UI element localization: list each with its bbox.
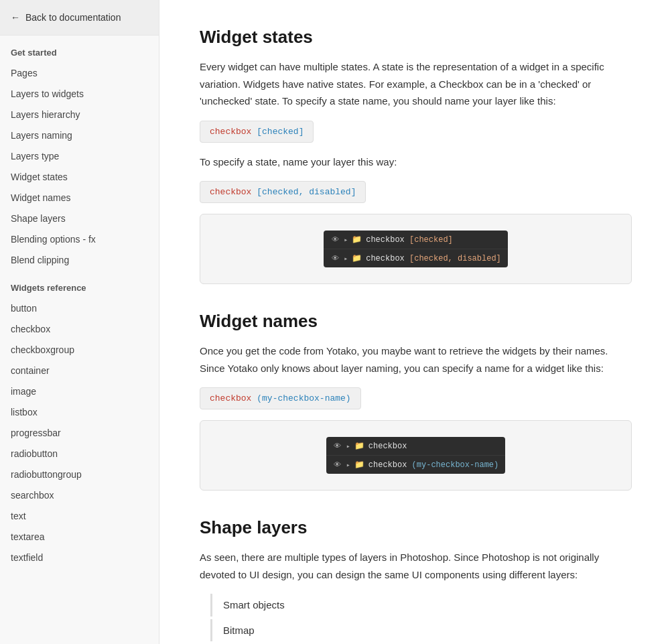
eye-icon-3: 👁 — [333, 442, 342, 451]
eye-icon-4: 👁 — [333, 460, 342, 470]
code-block-1: checkbox [checked] — [200, 121, 314, 143]
sidebar-item-checkboxgroup[interactable]: checkboxgroup — [0, 340, 159, 361]
code-text-1: checkbox [checked] — [210, 127, 304, 137]
eye-icon-1: 👁 — [330, 235, 340, 245]
widget-states-title: Widget states — [200, 27, 632, 48]
sidebar-item-radiobutton[interactable]: radiobutton — [0, 444, 159, 464]
eye-icon-2: 👁 — [330, 254, 340, 263]
sidebar-item-checkbox[interactable]: checkbox — [0, 319, 159, 340]
widget-names-section: Widget names Once you get the code from … — [200, 311, 632, 491]
widget-states-image: 👁 ▸ 📁 checkbox [checked] 👁 ▸ 📁 checkbox … — [200, 214, 632, 284]
widget-names-image: 👁 ▸ 📁 checkbox 👁 ▸ 📁 checkbox (my-checkb… — [200, 420, 632, 491]
widgets-ref-section-title: Widgets reference — [0, 271, 159, 298]
sidebar-item-layers-to-widgets[interactable]: Layers to widgets — [0, 84, 159, 105]
shape-layers-intro: As seen, there are multiple types of lay… — [200, 549, 632, 583]
shape-layers-section: Shape layers As seen, there are multiple… — [200, 517, 632, 644]
sidebar-item-searchbox[interactable]: searchbox — [0, 485, 159, 506]
sidebar-item-text[interactable]: text — [0, 506, 159, 527]
widget-states-intro: Every widget can have multiple states. A… — [200, 58, 632, 110]
layer-row-name-2: 👁 ▸ 📁 checkbox (my-checkbox-name) — [326, 456, 505, 474]
layer-name-3: checkbox — [368, 442, 407, 451]
chevron-4: ▸ — [346, 461, 350, 469]
folder-icon-1: 📁 — [352, 235, 362, 245]
sidebar-item-progressbar[interactable]: progressbar — [0, 423, 159, 444]
chevron-1: ▸ — [344, 236, 348, 244]
list-item: Bitmap — [210, 619, 632, 642]
sidebar-item-shape-layers[interactable]: Shape layers — [0, 208, 159, 229]
widget-names-intro: Once you get the code from Yotako, you m… — [200, 342, 632, 377]
code-block-3: checkbox (my-checkbox-name) — [200, 387, 361, 409]
sidebar-item-layers-type[interactable]: Layers type — [0, 146, 159, 167]
get-started-section-title: Get started — [0, 36, 159, 63]
sidebar-item-pages[interactable]: Pages — [0, 63, 159, 84]
code-block-2: checkbox [checked, disabled] — [200, 181, 366, 203]
folder-icon-4: 📁 — [354, 460, 364, 470]
sidebar-item-textfield[interactable]: textfield — [0, 548, 159, 568]
layer-name-4: checkbox (my-checkbox-name) — [368, 460, 498, 470]
sidebar: ← Back to documentation Get started Page… — [0, 0, 159, 644]
main-content: Widget states Every widget can have mult… — [159, 0, 672, 644]
back-label: Back to documentation — [25, 12, 121, 23]
sidebar-item-layers-naming[interactable]: Layers naming — [0, 125, 159, 146]
layer-name-2: checkbox [checked, disabled] — [366, 254, 501, 263]
code-text-2: checkbox [checked, disabled] — [210, 187, 356, 197]
folder-icon-3: 📁 — [354, 441, 364, 451]
sidebar-item-image[interactable]: image — [0, 381, 159, 402]
layer-panel-names: 👁 ▸ 📁 checkbox 👁 ▸ 📁 checkbox (my-checkb… — [326, 437, 505, 474]
arrow-left-icon: ← — [11, 12, 20, 23]
between-text: To specify a state, name your layer this… — [200, 153, 632, 171]
layer-panel-states: 👁 ▸ 📁 checkbox [checked] 👁 ▸ 📁 checkbox … — [324, 231, 508, 267]
shape-layers-list: Smart objectsBitmapShape — [200, 594, 632, 644]
layer-row-2: 👁 ▸ 📁 checkbox [checked, disabled] — [324, 249, 508, 267]
widget-names-title: Widget names — [200, 311, 632, 332]
sidebar-item-radiobuttongroup[interactable]: radiobuttongroup — [0, 464, 159, 485]
sidebar-item-layers-hierarchy[interactable]: Layers hierarchy — [0, 105, 159, 125]
sidebar-item-textarea[interactable]: textarea — [0, 527, 159, 548]
layer-row-1: 👁 ▸ 📁 checkbox [checked] — [324, 231, 508, 249]
layer-name-1: checkbox [checked] — [366, 235, 453, 245]
code-text-3: checkbox (my-checkbox-name) — [210, 393, 351, 403]
layer-row-name-1: 👁 ▸ 📁 checkbox — [326, 437, 505, 456]
chevron-3: ▸ — [346, 442, 350, 450]
sidebar-item-container[interactable]: container — [0, 361, 159, 381]
widget-states-section: Widget states Every widget can have mult… — [200, 27, 632, 284]
sidebar-item-widget-names[interactable]: Widget names — [0, 188, 159, 208]
shape-layers-title: Shape layers — [200, 517, 632, 538]
get-started-items: PagesLayers to widgetsLayers hierarchyLa… — [0, 63, 159, 271]
list-item: Smart objects — [210, 594, 632, 617]
sidebar-item-widget-states[interactable]: Widget states — [0, 167, 159, 188]
sidebar-item-blending-options-fx[interactable]: Blending options - fx — [0, 229, 159, 250]
sidebar-item-button[interactable]: button — [0, 298, 159, 319]
back-to-documentation-link[interactable]: ← Back to documentation — [0, 0, 159, 36]
widgets-ref-items: buttoncheckboxcheckboxgroupcontainerimag… — [0, 298, 159, 568]
folder-icon-2: 📁 — [352, 253, 362, 263]
sidebar-item-listbox[interactable]: listbox — [0, 402, 159, 423]
chevron-2: ▸ — [344, 255, 348, 263]
sidebar-item-blend-clipping[interactable]: Blend clipping — [0, 250, 159, 271]
